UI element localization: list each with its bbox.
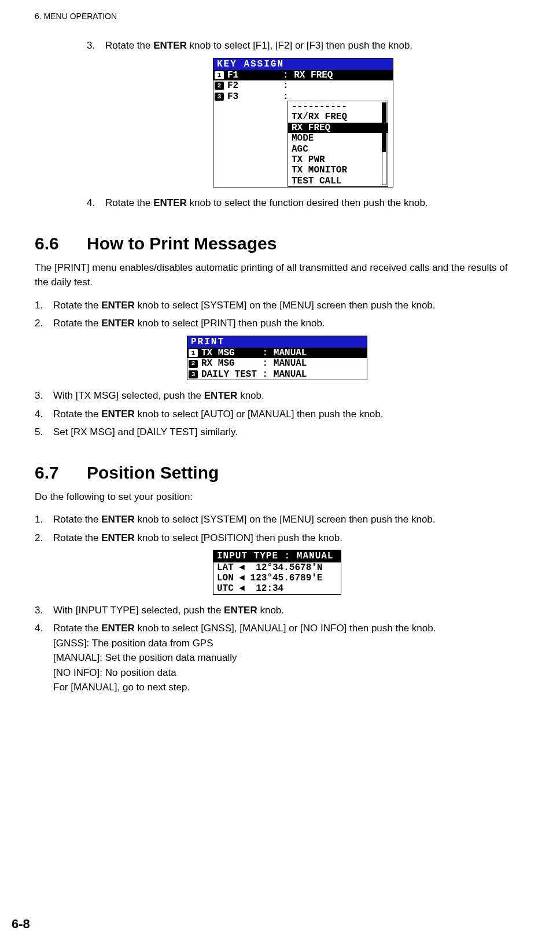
step-text: Rotate the ENTER knob to select the func… <box>105 196 520 211</box>
lcd-title: KEY ASSIGN <box>213 58 393 70</box>
text-bold: ENTER <box>101 623 135 634</box>
section-intro: The [PRINT] menu enables/disables automa… <box>35 260 520 290</box>
scrollbar-thumb <box>382 103 386 152</box>
step-1: 1. Rotate the ENTER knob to select [SYST… <box>35 512 520 527</box>
sub-line: [GNSS]: The position data from GPS <box>53 636 520 651</box>
text: Rotate the <box>53 318 101 329</box>
text-bold: ENTER <box>101 318 135 329</box>
row-label: RX MSG : MANUAL <box>201 358 307 369</box>
row-label: F3 : <box>227 91 294 102</box>
row-label: UTC ◄ 12:34 <box>217 583 283 594</box>
sub-line: For [MANUAL], go to next step. <box>53 680 520 695</box>
text: knob to select [SYSTEM] on the [MENU] sc… <box>135 300 436 311</box>
step-1: 1. Rotate the ENTER knob to select [SYST… <box>35 298 520 313</box>
chapter-header: 6. MENU OPERATION <box>35 12 525 21</box>
text: knob to select the function desired then… <box>187 197 428 208</box>
step-text: Rotate the ENTER knob to select [SYSTEM]… <box>53 298 520 313</box>
text: knob to select [AUTO] or [MANUAL] then p… <box>135 409 384 420</box>
text: Set [RX MSG] and [DAILY TEST] similarly. <box>53 426 238 437</box>
drop-item-selected: RX FREQ <box>288 123 388 133</box>
text: knob to select [SYSTEM] on the [MENU] sc… <box>135 514 436 525</box>
step-text: Rotate the ENTER knob to select [SYSTEM]… <box>53 512 520 527</box>
text: knob to select [F1], [F2] or [F3] then p… <box>187 40 412 51</box>
step-2: 2. Rotate the ENTER knob to select [POSI… <box>35 531 520 546</box>
text: Rotate the <box>53 409 101 420</box>
row-label: LAT ◄ 12°34.5678'N <box>217 562 322 573</box>
row-label: F1 : RX FREQ <box>227 70 333 80</box>
step-num: 4. <box>35 407 53 422</box>
lcd-row: 1 TX MSG : MANUAL <box>187 348 367 358</box>
section-heading-66: 6.6 How to Print Messages <box>35 234 525 253</box>
step-3: 3. Rotate the ENTER knob to select [F1],… <box>87 38 520 53</box>
section-intro: Do the following to set your position: <box>35 490 520 505</box>
drop-item: TX MONITOR <box>288 165 388 175</box>
text-bold: ENTER <box>101 409 135 420</box>
text: knob to select [POSITION] then push the … <box>135 532 342 543</box>
lcd-row: 1 F1 : RX FREQ <box>213 70 393 80</box>
step-num: 4. <box>87 196 105 211</box>
text: Rotate the <box>53 623 101 634</box>
step-num: 4. <box>35 621 53 695</box>
row-label: TX MSG : MANUAL <box>201 348 307 358</box>
step-3: 3. With [TX MSG] selected, push the ENTE… <box>35 388 520 403</box>
drop-item: TX PWR <box>288 155 388 165</box>
text: knob to select [PRINT] then push the kno… <box>135 318 325 329</box>
sub-line: [NO INFO]: No position data <box>53 665 520 681</box>
step-num: 3. <box>35 603 53 618</box>
text: Rotate the <box>53 300 101 311</box>
scrollbar <box>382 102 386 185</box>
lcd-row: 2 RX MSG : MANUAL <box>187 358 367 369</box>
text: knob. <box>257 605 284 616</box>
drop-item: MODE <box>288 133 388 144</box>
lcd-row: UTC ◄ 12:34 <box>213 583 341 594</box>
step-text: Set [RX MSG] and [DAILY TEST] similarly. <box>53 425 520 440</box>
lcd-row: LAT ◄ 12°34.5678'N <box>213 562 341 573</box>
row-label: F2 : <box>227 80 294 91</box>
step-num: 3. <box>87 38 105 53</box>
drop-item: TX/RX FREQ <box>288 112 388 122</box>
lcd-position: INPUT TYPE : MANUAL LAT ◄ 12°34.5678'N L… <box>213 550 341 595</box>
step-2: 2. Rotate the ENTER knob to select [PRIN… <box>35 316 520 331</box>
text-bold: ENTER <box>153 197 187 208</box>
lcd-row: LON ◄ 123°45.6789'E <box>213 573 341 583</box>
step-num: 2. <box>35 531 53 546</box>
lcd-print: PRINT 1 TX MSG : MANUAL 2 RX MSG : MANUA… <box>187 336 367 381</box>
lcd-dropdown: ---------- TX/RX FREQ RX FREQ MODE AGC T… <box>288 101 388 187</box>
step-text: Rotate the ENTER knob to select [F1], [F… <box>105 38 520 53</box>
text-bold: ENTER <box>101 532 135 543</box>
drop-item: TEST CALL <box>288 176 388 186</box>
lcd-row: 2 F2 : <box>213 80 393 91</box>
row-badge: 3 <box>215 93 224 101</box>
text: knob to select [GNSS], [MANUAL] or [NO I… <box>135 623 436 634</box>
section-num: 6.6 <box>35 234 87 253</box>
text: Rotate the <box>105 40 153 51</box>
step-text: With [TX MSG] selected, push the ENTER k… <box>53 388 520 403</box>
text: Rotate the <box>105 197 153 208</box>
step-num: 2. <box>35 316 53 331</box>
lcd-title: PRINT <box>187 336 367 348</box>
text-bold: ENTER <box>101 514 135 525</box>
step-num: 1. <box>35 512 53 527</box>
text-bold: ENTER <box>204 390 238 401</box>
text: With [INPUT TYPE] selected, push the <box>53 605 224 616</box>
lcd-row: 3 DAILY TEST : MANUAL <box>187 369 367 380</box>
step-text: Rotate the ENTER knob to select [GNSS], … <box>53 621 520 695</box>
row-label: DAILY TEST : MANUAL <box>201 369 307 380</box>
text-bold: ENTER <box>224 605 257 616</box>
lcd-key-assign: KEY ASSIGN 1 F1 : RX FREQ 2 F2 : 3 F3 : … <box>213 58 393 188</box>
step-num: 3. <box>35 388 53 403</box>
step-text: Rotate the ENTER knob to select [POSITIO… <box>53 531 520 546</box>
page-number: 6-8 <box>12 917 30 932</box>
step-4: 4. Rotate the ENTER knob to select the f… <box>87 196 520 211</box>
row-badge: 2 <box>189 360 198 368</box>
row-badge: 3 <box>189 370 198 378</box>
section-title: Position Setting <box>87 463 219 483</box>
step-text: With [INPUT TYPE] selected, push the ENT… <box>53 603 520 618</box>
step-3: 3. With [INPUT TYPE] selected, push the … <box>35 603 520 618</box>
row-badge: 2 <box>215 82 224 90</box>
step-num: 1. <box>35 298 53 313</box>
step-5: 5. Set [RX MSG] and [DAILY TEST] similar… <box>35 425 520 440</box>
text-bold: ENTER <box>153 40 187 51</box>
row-label: LON ◄ 123°45.6789'E <box>217 573 322 583</box>
section-title: How to Print Messages <box>87 234 277 253</box>
